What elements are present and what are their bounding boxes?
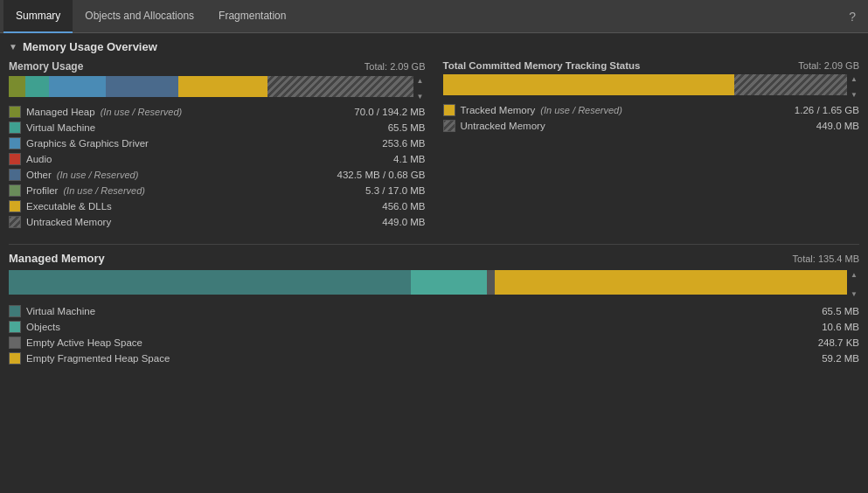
val-empty-active: 248.7 KB (818, 337, 859, 348)
label-tracked: Tracked Memory (461, 105, 536, 115)
tab-objects-allocations[interactable]: Objects and Allocations (73, 0, 206, 33)
swatch-profiler (9, 184, 21, 197)
label-empty-frag: Empty Fragmented Heap Space (26, 353, 170, 364)
tracking-bar: ▲ ▼ (443, 74, 860, 101)
managed-scroll-down[interactable]: ▼ (851, 291, 858, 298)
managed-total: Total: 135.4 MB (793, 253, 859, 264)
swatch-vm (9, 122, 21, 134)
scroll-up[interactable]: ▲ (417, 78, 424, 85)
section-title: Memory Usage Overview (23, 40, 157, 53)
help-icon[interactable]: ? (840, 10, 865, 24)
bar-seg-exec (178, 76, 267, 97)
tab-fragmentation[interactable]: Fragmentation (206, 0, 298, 33)
tab-summary[interactable]: Summary (3, 0, 73, 33)
val-audio: 4.1 MB (393, 154, 425, 164)
managed-title: Managed Memory (9, 252, 105, 265)
val-managed-vm: 65.5 MB (822, 306, 859, 316)
val-empty-frag: 59.2 MB (822, 353, 859, 364)
scroll-down[interactable]: ▼ (417, 94, 424, 101)
tracking-scroll-up[interactable]: ▲ (851, 76, 858, 83)
note-profiler: (In use / Reserved) (63, 185, 145, 196)
label-exec: Executable & DLLs (26, 201, 112, 212)
val-managed-heap: 70.0 / 194.2 MB (354, 107, 425, 117)
legend-profiler: Profiler (In use / Reserved) 5.3 / 17.0 … (9, 183, 426, 198)
managed-seg-frag (495, 270, 847, 295)
main-content: ▼ Memory Usage Overview Memory Usage Tot… (0, 33, 868, 493)
memory-usage-bar: ▲ ▼ (9, 76, 426, 102)
tracking-scroll-down[interactable]: ▼ (851, 92, 858, 99)
label-untracked-right: Untracked Memory (461, 121, 545, 131)
bar-seg-untracked-right (734, 74, 848, 95)
label-objects: Objects (26, 322, 60, 332)
overview-grid: Memory Usage Total: 2.09 GB ▲ ▼ (9, 60, 859, 230)
bar-seg-gfx (49, 76, 106, 97)
bar-seg-other (106, 76, 178, 97)
tabs-bar: Summary Objects and Allocations Fragment… (0, 0, 868, 33)
val-profiler: 5.3 / 17.0 MB (365, 185, 425, 196)
managed-seg-objects (411, 270, 486, 295)
val-other: 432.5 MB / 0.68 GB (337, 170, 425, 180)
legend-other: Other (In use / Reserved) 432.5 MB / 0.6… (9, 167, 426, 183)
swatch-gfx (9, 137, 21, 149)
memory-usage-total: Total: 2.09 GB (365, 61, 426, 72)
collapse-triangle[interactable]: ▼ (9, 42, 17, 52)
swatch-tracked (443, 104, 455, 116)
tracking-header: Total Committed Memory Tracking Status T… (443, 60, 860, 71)
memory-bar-scroll[interactable]: ▲ ▼ (415, 76, 426, 102)
managed-scroll[interactable]: ▲ ▼ (849, 270, 859, 300)
tab-summary-label: Summary (16, 10, 60, 22)
bar-seg-tracked (443, 74, 734, 95)
val-tracked: 1.26 / 1.65 GB (795, 105, 859, 115)
label-vm: Virtual Machine (26, 122, 95, 133)
swatch-empty-frag (9, 352, 21, 365)
label-other: Other (26, 170, 52, 180)
swatch-managed-vm (9, 305, 21, 317)
memory-overview-section: ▼ Memory Usage Overview (9, 40, 859, 53)
note-tracked: (In use / Reserved) (540, 105, 622, 115)
label-untracked-left: Untracked Memory (26, 217, 111, 227)
legend-untracked-right: Untracked Memory 449.0 MB (443, 118, 860, 134)
swatch-untracked-left (9, 216, 21, 228)
legend-empty-frag: Empty Fragmented Heap Space 59.2 MB (9, 351, 859, 366)
memory-usage-header: Memory Usage Total: 2.09 GB (9, 60, 426, 73)
label-managed-vm: Virtual Machine (26, 306, 95, 316)
divider (9, 244, 859, 245)
val-objects: 10.6 MB (822, 322, 859, 332)
legend-managed-heap: Managed Heap (In use / Reserved) 70.0 / … (9, 104, 426, 120)
managed-seg-vm (9, 270, 411, 295)
legend-tracked-mem: Tracked Memory (In use / Reserved) 1.26 … (443, 102, 860, 118)
swatch-audio (9, 153, 21, 165)
val-vm: 65.5 MB (388, 122, 426, 133)
memory-bar-container (9, 76, 413, 97)
legend-vm: Virtual Machine 65.5 MB (9, 120, 426, 135)
swatch-empty-active (9, 337, 21, 349)
tracking-bar-container (443, 74, 848, 95)
swatch-other (9, 169, 21, 181)
swatch-objects (9, 321, 21, 333)
note-managed-heap: (In use / Reserved) (101, 107, 183, 117)
tab-objects-label: Objects and Allocations (85, 10, 194, 22)
bar-seg-vm (25, 76, 50, 97)
bar-seg-untracked (267, 76, 413, 97)
legend-exec: Executable & DLLs 456.0 MB (9, 198, 426, 214)
legend-objects: Objects 10.6 MB (9, 319, 859, 335)
bar-seg-managed-heap (9, 76, 25, 97)
label-profiler: Profiler (26, 185, 58, 196)
memory-usage-col: Memory Usage Total: 2.09 GB ▲ ▼ (9, 60, 426, 230)
managed-bar-area: ▲ ▼ (9, 270, 859, 300)
tracking-bar-scroll[interactable]: ▲ ▼ (849, 74, 859, 101)
val-untracked-right: 449.0 MB (816, 121, 859, 131)
legend-managed-vm: Virtual Machine 65.5 MB (9, 303, 859, 319)
swatch-exec (9, 200, 21, 212)
label-managed-heap: Managed Heap (26, 107, 95, 117)
legend-audio: Audio 4.1 MB (9, 151, 426, 167)
managed-bar-container (9, 270, 847, 295)
legend-untracked-left: Untracked Memory 449.0 MB (9, 214, 426, 230)
label-gfx: Graphics & Graphics Driver (26, 138, 149, 149)
managed-scroll-up[interactable]: ▲ (851, 272, 858, 279)
memory-usage-title: Memory Usage (9, 60, 83, 73)
val-gfx: 253.6 MB (382, 138, 425, 149)
managed-seg-gap (487, 270, 496, 295)
val-exec: 456.0 MB (382, 201, 425, 212)
tracking-status-col: Total Committed Memory Tracking Status T… (443, 60, 860, 230)
